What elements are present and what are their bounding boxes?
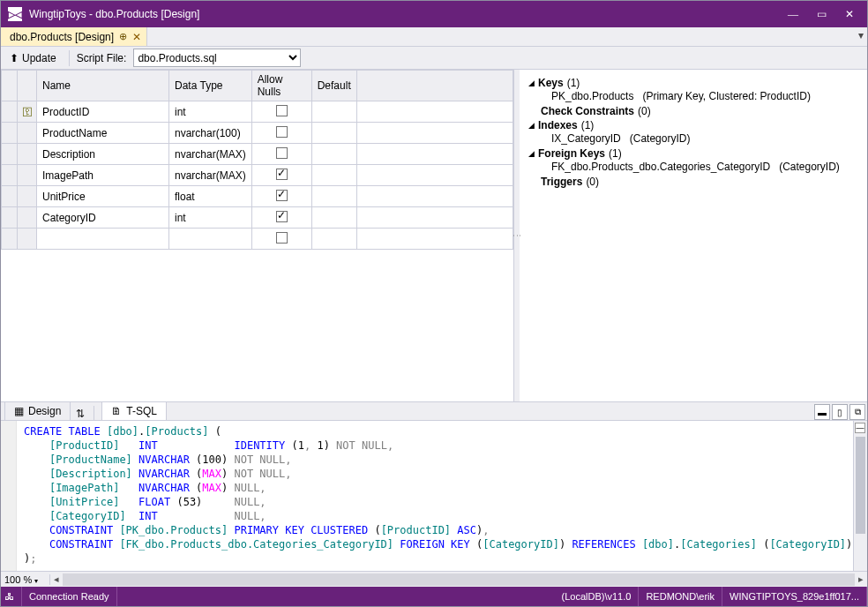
name-cell[interactable]: ProductID [37,101,169,123]
filler-cell [356,101,513,123]
default-cell[interactable] [311,207,356,229]
nulls-cell[interactable] [251,165,311,186]
name-cell[interactable] [37,229,169,250]
default-cell[interactable] [311,123,356,144]
window-title: WingtipToys - dbo.Products [Design] [29,8,775,20]
name-cell[interactable]: ImagePath [37,165,169,186]
tabs-dropdown-icon[interactable]: ▾ [858,29,864,41]
filler-cell [356,144,513,165]
row-header[interactable] [2,165,18,186]
table-row[interactable]: ProductNamenvarchar(100) [2,123,513,144]
table-row[interactable]: ⚿ProductIDint [2,101,513,123]
checkbox[interactable] [276,190,288,201]
sql-editor[interactable]: CREATE TABLE [dbo].[Products] ( [Product… [1,421,867,571]
titlebar[interactable]: ▷◁ WingtipToys - dbo.Products [Design] —… [1,1,867,27]
type-cell[interactable]: int [169,207,252,229]
tab-dbo-products[interactable]: dbo.Products [Design] ⊕ ✕ [1,27,147,46]
minimize-button[interactable]: — [782,4,804,25]
document-tabs: dbo.Products [Design] ⊕ ✕ ▾ [1,27,867,47]
split-toggle-icon[interactable]: — [855,423,865,433]
fk-item[interactable]: FK_dbo.Products_dbo.Categories_CategoryI… [528,160,858,174]
checkbox[interactable] [276,232,288,244]
default-cell[interactable] [311,101,356,123]
col-header-name[interactable]: Name [37,71,169,101]
table-row[interactable]: CategoryIDint [2,207,513,229]
fks-header[interactable]: ◢ Foreign Keys (1) [528,147,858,160]
table-row[interactable]: UnitPricefloat [2,186,513,207]
name-cell[interactable]: CategoryID [37,207,169,229]
scroll-right-icon[interactable]: ▸ [855,573,867,587]
nulls-cell[interactable] [251,229,311,250]
col-header-default[interactable]: Default [311,71,356,101]
nulls-cell[interactable] [251,101,311,123]
default-cell[interactable] [311,229,356,250]
scroll-left-icon[interactable]: ◂ [50,573,63,587]
default-cell[interactable] [311,144,356,165]
nulls-cell[interactable] [251,123,311,144]
default-cell[interactable] [311,186,356,207]
type-cell[interactable]: nvarchar(MAX) [169,144,252,165]
triggers-header[interactable]: Triggers (0) [528,176,858,188]
tsql-view-tab[interactable]: 🗎T-SQL [101,401,167,420]
row-header[interactable] [2,229,18,250]
type-cell[interactable] [169,229,252,250]
keys-header[interactable]: ◢ Keys (1) [528,77,858,89]
type-cell[interactable]: int [169,101,252,123]
pin-icon[interactable]: ⊕ [119,31,127,42]
status-db: WINGTIPTOYS_829e1ff017... [722,587,867,606]
design-view-tab[interactable]: ▦Design [4,401,71,420]
sql-icon: 🗎 [111,405,122,417]
vertical-scrollbar[interactable]: — [853,421,867,571]
nulls-cell[interactable] [251,186,311,207]
pk-cell: ⚿ [18,101,37,123]
update-button[interactable]: ⬆ Update [4,50,62,66]
row-header[interactable] [2,123,18,144]
indexes-header[interactable]: ◢ Indexes (1) [528,119,858,131]
row-header[interactable] [2,101,18,123]
type-cell[interactable]: float [169,186,252,207]
checkbox[interactable] [276,105,288,116]
default-cell[interactable] [311,165,356,186]
name-cell[interactable]: Description [37,144,169,165]
maximize-button[interactable]: ▭ [811,4,832,25]
horizontal-scrollbar[interactable]: ◂ ▸ [50,573,867,587]
nulls-cell[interactable] [251,207,311,229]
index-item[interactable]: IX_CategoryID (CategoryID) [528,131,858,146]
close-button[interactable]: ✕ [839,4,860,25]
checks-header[interactable]: Check Constraints (0) [528,105,858,117]
conn-icon: 🖧 [1,587,22,606]
name-cell[interactable]: UnitPrice [37,186,169,207]
row-header[interactable] [2,186,18,207]
col-header-type[interactable]: Data Type [169,71,252,101]
key-icon: ⚿ [21,106,34,118]
swap-icon[interactable]: ⇅ [71,408,90,420]
row-header[interactable] [2,144,18,165]
checkbox[interactable] [276,126,288,138]
columns-grid[interactable]: Name Data Type Allow Nulls Default ⚿Prod… [1,70,514,401]
zoom-bar: 100 % ▾ ◂ ▸ [1,571,867,587]
type-cell[interactable]: nvarchar(100) [169,123,252,144]
design-icon: ▦ [14,405,24,417]
zoom-level[interactable]: 100 % ▾ [1,574,50,585]
name-cell[interactable]: ProductName [37,123,169,144]
table-row[interactable]: ImagePathnvarchar(MAX) [2,165,513,186]
table-row[interactable] [2,229,513,250]
scroll-thumb[interactable] [856,437,865,534]
table-row[interactable]: Descriptionnvarchar(MAX) [2,144,513,165]
script-file-label: Script File: [77,52,127,64]
expand-button[interactable]: ⧉ [849,404,865,420]
sql-text[interactable]: CREATE TABLE [dbo].[Products] ( [Product… [17,421,853,571]
row-header[interactable] [2,207,18,229]
scroll-track[interactable] [63,573,855,586]
split-v-button[interactable]: ▯ [832,404,848,420]
checkbox[interactable] [276,211,288,222]
split-h-button[interactable]: ▬ [814,404,830,420]
col-header-nulls[interactable]: Allow Nulls [251,71,311,101]
nulls-cell[interactable] [251,144,311,165]
script-file-select[interactable]: dbo.Products.sql [133,49,301,67]
checkbox[interactable] [276,147,288,159]
close-tab-icon[interactable]: ✕ [132,31,141,43]
checkbox[interactable] [276,169,288,180]
key-item[interactable]: PK_dbo.Products (Primary Key, Clustered:… [528,89,858,103]
type-cell[interactable]: nvarchar(MAX) [169,165,252,186]
